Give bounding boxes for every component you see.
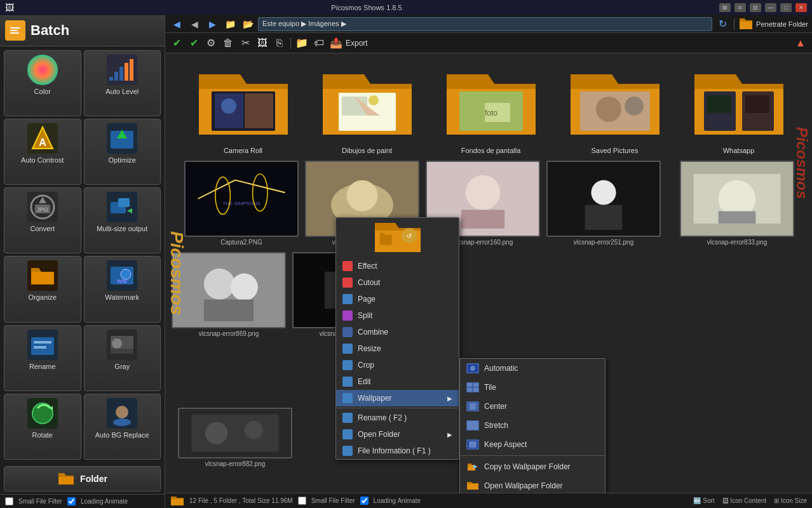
nav-back-btn[interactable]: ◀ — [169, 17, 184, 31]
ctx-open-folder[interactable]: Open Folder ▶ — [336, 426, 459, 443]
icon-size-label[interactable]: ⊞ Icon Size — [774, 497, 807, 504]
nav-back2-btn[interactable]: ◀ — [187, 17, 202, 31]
badge-btn[interactable]: 🏷 — [311, 36, 327, 50]
img-error833[interactable]: vlcsnap-error833.png — [680, 161, 794, 246]
ctx-wallpaper[interactable]: Wallpaper ▶ — [336, 390, 459, 406]
svg-rect-2 — [10, 30, 18, 31]
ctx-rename[interactable]: Rename ( F2 ) — [336, 410, 459, 426]
ctx-resize[interactable]: Resize — [336, 340, 459, 357]
export-icon-btn[interactable]: 📤 — [328, 36, 344, 50]
folder2-btn[interactable]: 📁 — [294, 36, 309, 50]
folder-dibujos-label: Dibujos de paint — [308, 147, 426, 154]
loading-animate-bottom-check[interactable] — [360, 497, 369, 505]
img-error251[interactable]: vlcsnap-error251.png — [546, 161, 661, 246]
ctx-page-label: Page — [358, 295, 376, 304]
scissors-btn[interactable]: ✂ — [238, 36, 253, 50]
ctx-open-folder-icon — [342, 429, 353, 439]
ctx-effect[interactable]: Effect — [336, 258, 459, 274]
sidebar-item-gray[interactable]: Gray — [84, 325, 161, 391]
svg-rect-99 — [192, 415, 279, 452]
wsub-automatic[interactable]: Automatic — [460, 359, 605, 378]
folder-fondos[interactable]: foto Fondos de pantalla — [432, 60, 550, 154]
bottom-bar: 12 File , 5 Folder , Total Size 11.96M S… — [165, 493, 812, 508]
sidebar-item-convert[interactable]: JPG Convert — [4, 187, 81, 253]
folder-fondos-label: Fondos de pantalla — [432, 147, 550, 154]
ctx-rename-icon — [342, 413, 353, 423]
wsub-open-wallpaper-folder-icon — [466, 479, 479, 492]
sidebar-item-rotate[interactable]: Rotate — [4, 394, 81, 460]
sidebar-item-color[interactable]: Color — [4, 50, 81, 116]
sidebar-item-auto-level[interactable]: Auto Level — [84, 50, 161, 116]
ctx-crop[interactable]: Crop — [336, 357, 459, 373]
img-error869[interactable]: vlcsnap-error869.png — [172, 252, 286, 337]
small-file-filter-bottom-check[interactable] — [298, 497, 306, 505]
svg-marker-19 — [127, 208, 132, 213]
wsub-open-wallpaper-folder[interactable]: Open Wallpaper Folder — [460, 476, 605, 493]
ctx-split[interactable]: Split — [336, 307, 459, 324]
sidebar-item-watermark[interactable]: WM Watermark — [84, 256, 161, 322]
folder-arrow-btn[interactable]: 📂 — [240, 17, 255, 31]
sidebar-item-rename[interactable]: Rename — [4, 325, 81, 391]
folder-whatsapp[interactable]: Whatsapp — [680, 60, 797, 154]
toolbar-arrow-up[interactable]: ▲ — [793, 36, 808, 50]
ctx-page[interactable]: Page — [336, 291, 459, 307]
folder-dibujos[interactable]: Dibujos de paint — [308, 60, 426, 154]
wsub-center[interactable]: Center — [460, 397, 605, 416]
svg-rect-50 — [745, 95, 769, 113]
wsub-tile[interactable]: Tile — [460, 378, 605, 397]
ctx-combine[interactable]: Combine — [336, 324, 459, 340]
icon-grid-btn[interactable]: ⊞ — [719, 3, 731, 12]
folder-saved[interactable]: Saved Pictures — [556, 60, 673, 154]
loading-animate-check[interactable] — [67, 497, 76, 505]
ctx-edit[interactable]: Edit — [336, 373, 459, 390]
svg-text:JPG: JPG — [37, 206, 48, 213]
main-layout: Batch Color Aut — [0, 15, 812, 508]
check-green2-btn[interactable]: ✔ — [186, 36, 201, 50]
ctx-file-info[interactable]: File Information ( F1 ) — [336, 443, 459, 459]
ctx-edit-icon — [342, 377, 353, 387]
sidebar-item-multisize[interactable]: Multi-size output — [84, 187, 161, 253]
svg-point-61 — [466, 175, 501, 210]
wsub-keep-aspect[interactable]: Keep Aspect — [460, 435, 605, 454]
sort-label[interactable]: 🔤 Sort — [693, 497, 714, 504]
path-text: Este equipo ▶ Imágenes ▶ — [262, 20, 346, 28]
loading-animate-label: Loading Animate — [81, 498, 128, 505]
wsub-copy-wallpaper[interactable]: Copy to Wallpaper Folder — [460, 457, 605, 476]
folder-camera-roll[interactable]: Camera Roll — [184, 60, 302, 154]
folder-camera-roll-label: Camera Roll — [184, 147, 302, 154]
wsub-stretch[interactable]: Stretch — [460, 416, 605, 435]
refresh-btn[interactable]: ↻ — [715, 17, 730, 31]
check-green-btn[interactable]: ✔ — [169, 36, 184, 50]
svg-rect-86 — [473, 388, 478, 392]
icon-list-btn[interactable]: ≡ — [734, 3, 746, 12]
delete-btn[interactable]: 🗑 — [220, 36, 236, 50]
icon-thumb-btn[interactable]: ⊟ — [750, 3, 761, 12]
maximize-btn[interactable]: □ — [780, 3, 792, 12]
minimize-btn[interactable]: — — [765, 3, 776, 12]
sidebar-item-optimize[interactable]: Optimize — [84, 119, 161, 185]
ctx-cutout[interactable]: Cutout — [336, 274, 459, 291]
icon-content-label[interactable]: 🖼 Icon Content — [722, 497, 766, 504]
settings-btn[interactable]: ⚙ — [203, 36, 219, 50]
bottom-right: 🔤 Sort 🖼 Icon Content ⊞ Icon Size — [693, 497, 807, 504]
ctx-split-label: Split — [358, 311, 372, 320]
close-btn[interactable]: ✕ — [795, 3, 807, 12]
ctx-combine-label: Combine — [358, 328, 388, 337]
small-file-filter-check[interactable] — [5, 497, 13, 505]
ctx-wallpaper-arrow: ▶ — [447, 395, 452, 402]
img-error882[interactable]: vlcsnap-error882.png — [178, 408, 292, 467]
ctx-open-folder-label: Open Folder — [358, 430, 400, 439]
img-captura2[interactable]: THE SIMPSONS Captura2.PNG — [184, 161, 299, 246]
sidebar-item-organize[interactable]: Organize — [4, 256, 81, 322]
ctx-resize-icon — [342, 344, 353, 354]
svg-rect-7 — [125, 63, 128, 81]
sidebar-item-autobg[interactable]: Auto BG Replace — [84, 394, 161, 460]
folder-btn[interactable]: 📁 — [222, 17, 238, 31]
copy-btn[interactable]: ⎘ — [272, 36, 287, 50]
nav-forward-btn[interactable]: ▶ — [205, 17, 220, 31]
svg-rect-5 — [114, 72, 118, 81]
folder-section[interactable]: Folder — [4, 466, 161, 491]
picture-btn[interactable]: 🖼 — [255, 36, 270, 50]
sidebar-item-auto-controst[interactable]: A Auto Controst — [4, 119, 81, 185]
sidebar-item-multisize-label: Multi-size output — [97, 225, 147, 232]
